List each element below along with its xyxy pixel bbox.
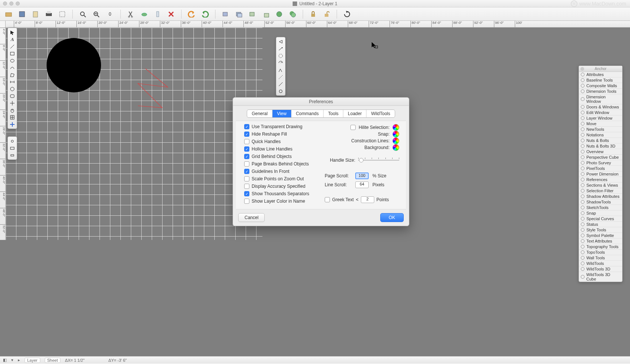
float-tool-8-icon[interactable]: [277, 88, 284, 94]
anchor-item[interactable]: Nuts & Bolts: [579, 138, 622, 143]
radio-icon[interactable]: [581, 256, 585, 260]
pref-check-row[interactable]: ✓Show Thousands Separators: [244, 191, 317, 196]
anchor-item[interactable]: ShadowTools: [579, 199, 622, 205]
close-icon[interactable]: [3, 1, 7, 6]
checkbox[interactable]: [350, 125, 356, 130]
glue-icon[interactable]: [153, 9, 163, 19]
float-tool-5-icon[interactable]: [277, 67, 284, 73]
unlock-icon[interactable]: [322, 9, 331, 19]
ellipse-tool-icon[interactable]: [9, 57, 16, 64]
pref-check-row[interactable]: ✓Hollow Line Handles: [244, 146, 317, 152]
radio-icon[interactable]: [581, 84, 585, 88]
anchor-item[interactable]: Shadow Attributes: [579, 194, 622, 199]
radio-icon[interactable]: [581, 262, 585, 265]
save-icon[interactable]: [17, 9, 27, 19]
pref-check-row[interactable]: Display Accuracy Specified: [244, 184, 317, 189]
radio-icon[interactable]: [581, 97, 585, 101]
radio-icon[interactable]: [581, 73, 585, 76]
anchor-item[interactable]: Style Tools: [579, 227, 622, 233]
anchor-panel-title[interactable]: Anchor: [579, 66, 622, 72]
radio-icon[interactable]: [581, 122, 585, 126]
line-scroll-input[interactable]: 64: [355, 181, 369, 188]
radio-icon[interactable]: [581, 89, 585, 93]
anchor-item[interactable]: Layer Window: [579, 115, 622, 121]
layer-icon-2[interactable]: [234, 9, 244, 19]
checkbox[interactable]: [244, 161, 249, 167]
anchor-item[interactable]: Power Dimension: [579, 171, 622, 177]
radio-icon[interactable]: [581, 239, 585, 243]
text-tool-icon[interactable]: A: [9, 36, 16, 42]
radio-icon[interactable]: [581, 200, 585, 204]
zoom-tool-icon[interactable]: [78, 9, 88, 19]
anchor-item[interactable]: Text Attributes: [579, 238, 622, 244]
float-tool-6-icon[interactable]: [277, 74, 284, 80]
polygon-tool-icon[interactable]: [9, 72, 16, 78]
pref-check-row[interactable]: ✓Hide Reshape Fill: [244, 132, 317, 137]
float-tool-1-icon[interactable]: [277, 38, 284, 45]
cut-icon[interactable]: [126, 9, 136, 19]
pref-check-row[interactable]: Page Breaks Behind Objects: [244, 161, 317, 167]
tab-view[interactable]: View: [273, 110, 292, 117]
globe-icon[interactable]: [274, 9, 284, 19]
checkbox[interactable]: [244, 199, 249, 204]
anchor-item[interactable]: Perspective Cube: [579, 155, 622, 160]
arrow-tool-icon[interactable]: [9, 29, 16, 35]
pref-check-row[interactable]: ✓Use Transparent Drawing: [244, 124, 317, 129]
layer-button[interactable]: Layer: [25, 358, 40, 363]
line-tool-icon[interactable]: [9, 43, 16, 50]
radio-icon[interactable]: [581, 189, 585, 193]
radio-icon[interactable]: [581, 161, 585, 165]
eraser-icon[interactable]: [139, 9, 149, 19]
dialog-tabs[interactable]: GeneralViewCommandsToolsLoaderWildTools: [247, 110, 395, 118]
zoom-out-icon[interactable]: [91, 9, 101, 19]
panel-close-icon[interactable]: [580, 67, 584, 71]
layer-icon-4[interactable]: [261, 9, 271, 19]
checkbox[interactable]: ✓: [244, 124, 249, 129]
circle-shape[interactable]: [47, 38, 101, 92]
anchor-item[interactable]: Dimension Tools: [579, 89, 622, 94]
pref-check-row[interactable]: Scale Points on Zoom Out: [244, 176, 317, 181]
anchor-item[interactable]: References: [579, 177, 622, 183]
anchor-item[interactable]: Baseline Tools: [579, 77, 622, 83]
clipboard-icon[interactable]: [31, 9, 40, 19]
radio-icon[interactable]: [581, 172, 585, 176]
layer-icon-1[interactable]: [221, 9, 230, 19]
open-icon[interactable]: [4, 9, 13, 19]
layer-icon-3[interactable]: [248, 9, 257, 19]
anchor-item[interactable]: WildTools 3D: [579, 266, 622, 272]
color-picker-icon[interactable]: [393, 144, 399, 151]
sub-tool-palette[interactable]: [7, 136, 17, 160]
anchor-item[interactable]: Move: [579, 121, 622, 127]
radio-icon[interactable]: [581, 275, 585, 279]
radio-icon[interactable]: [581, 155, 585, 159]
greek-text-input[interactable]: 2: [361, 196, 374, 203]
anchor-item[interactable]: Dimension Window: [579, 94, 622, 104]
floating-tool-palette[interactable]: [276, 37, 286, 96]
fit-window-icon[interactable]: [57, 9, 67, 19]
radio-icon[interactable]: [581, 245, 585, 249]
radio-icon[interactable]: [581, 194, 585, 198]
pref-check-row[interactable]: Quick Handles: [244, 139, 317, 144]
checkbox[interactable]: ✓: [244, 191, 249, 196]
pref-check-row[interactable]: ✓Grid Behind Objects: [244, 154, 317, 159]
radio-icon[interactable]: [581, 206, 585, 209]
measure-tool-icon[interactable]: [9, 152, 16, 158]
anchor-item[interactable]: Overview: [579, 149, 622, 155]
tab-general[interactable]: General: [247, 110, 273, 117]
anchor-item[interactable]: WildTools: [579, 261, 622, 266]
radio-icon[interactable]: [581, 150, 585, 153]
checkbox[interactable]: [244, 176, 249, 181]
align-tool-icon[interactable]: [9, 145, 16, 151]
checkbox[interactable]: [244, 184, 249, 189]
radio-icon[interactable]: [581, 228, 585, 232]
anchor-item[interactable]: Attributes: [579, 72, 622, 77]
tab-wildtools[interactable]: WildTools: [366, 110, 394, 117]
tab-tools[interactable]: Tools: [324, 110, 343, 117]
anchor-item[interactable]: SketchTools: [579, 205, 622, 211]
radio-icon[interactable]: [581, 222, 585, 226]
anchor-panel[interactable]: Anchor AttributesBaseline ToolsComposite…: [579, 66, 623, 282]
radio-icon[interactable]: [581, 127, 585, 131]
lock-icon[interactable]: [308, 9, 318, 19]
anchor-item[interactable]: TopoTools: [579, 250, 622, 255]
radio-icon[interactable]: [581, 267, 585, 271]
